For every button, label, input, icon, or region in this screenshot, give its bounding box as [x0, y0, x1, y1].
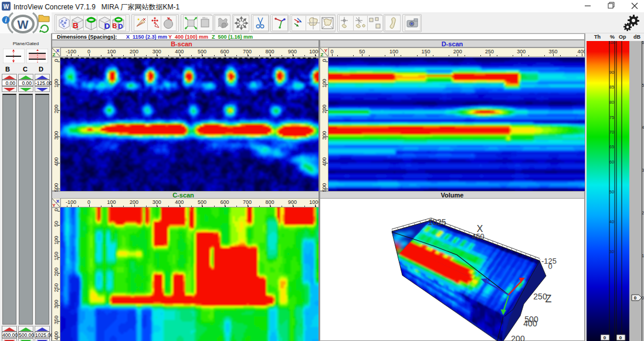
svg-text:X: X: [56, 199, 60, 204]
svg-text:0: 0: [634, 295, 637, 301]
svg-text:X: X: [56, 48, 60, 53]
svg-text:Z: Z: [321, 52, 324, 57]
svg-text:0: 0: [619, 335, 622, 340]
svg-text:W: W: [4, 4, 9, 10]
svg-text:Z: Z: [53, 52, 56, 57]
svg-text:Y: Y: [52, 203, 56, 207]
svg-text:Y: Y: [324, 48, 328, 53]
svg-text:0: 0: [604, 335, 606, 340]
